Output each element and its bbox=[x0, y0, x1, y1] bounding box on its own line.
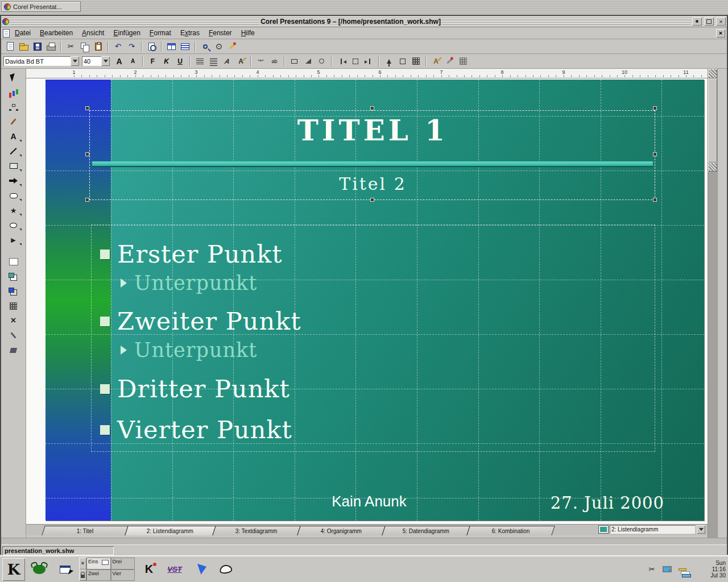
pager-desktop-3[interactable]: Drei bbox=[111, 558, 135, 569]
save-button[interactable] bbox=[31, 40, 44, 53]
slide-selector-dropdown-button[interactable] bbox=[697, 525, 705, 534]
rectangle-tool[interactable] bbox=[5, 159, 23, 173]
vertical-scrollbar[interactable] bbox=[708, 69, 717, 538]
desktop-settings-launcher[interactable] bbox=[53, 558, 76, 581]
slide-canvas[interactable]: TITEL 1 Titel 2 Erster Punkt Unterpunkt bbox=[26, 78, 708, 524]
redo-button[interactable]: ↷ bbox=[125, 40, 138, 53]
slide-author[interactable]: Kain Anunk bbox=[284, 493, 454, 510]
box-shape-button[interactable] bbox=[288, 55, 301, 68]
font-grow-button[interactable]: A bbox=[113, 55, 126, 68]
selection-handle[interactable] bbox=[653, 106, 657, 110]
shell-launcher[interactable] bbox=[214, 558, 237, 581]
scrollbar-trough[interactable] bbox=[708, 172, 717, 538]
bullet-item[interactable]: Vierter Punkt bbox=[100, 415, 292, 444]
app-icon[interactable] bbox=[2, 18, 9, 25]
scrollbar-thumb[interactable] bbox=[708, 78, 717, 163]
slide-tab-6[interactable]: 6: Kombination bbox=[466, 526, 555, 535]
properties-button[interactable] bbox=[212, 40, 225, 53]
gnu-launcher[interactable] bbox=[28, 558, 51, 581]
menu-ansicht[interactable]: Ansicht bbox=[78, 28, 108, 38]
stack-tray-icon[interactable] bbox=[676, 563, 689, 576]
bullet-item[interactable]: Dritter Punkt bbox=[100, 375, 290, 403]
bullet-subitem[interactable]: Unterpunkt bbox=[121, 339, 257, 361]
slide-tab-1[interactable]: 1: Titel bbox=[42, 526, 129, 535]
pattern-grid-button[interactable] bbox=[410, 55, 423, 68]
selection-handle[interactable] bbox=[85, 152, 89, 156]
minimize-button[interactable] bbox=[692, 17, 702, 26]
horizontal-ruler[interactable]: 1 2 3 4 5 6 7 8 9 10 11 bbox=[26, 69, 708, 78]
group-button[interactable] bbox=[396, 55, 409, 68]
selection-handle[interactable] bbox=[653, 152, 657, 156]
ellipse-shape-button[interactable] bbox=[315, 55, 328, 68]
slide-selector-value[interactable]: 2: Listendiagramm bbox=[610, 525, 695, 534]
slide-subtitle[interactable]: Titel 2 bbox=[90, 174, 655, 194]
italic-button[interactable]: K bbox=[160, 55, 173, 68]
zoom-button[interactable] bbox=[198, 40, 212, 53]
menu-hilfe[interactable]: Hilfe bbox=[237, 28, 259, 38]
chart-tool[interactable] bbox=[5, 85, 23, 99]
undo-button[interactable]: ↶ bbox=[111, 40, 125, 53]
line-tool[interactable] bbox=[5, 144, 23, 158]
selection-handle[interactable] bbox=[653, 198, 657, 202]
slide-tab-2[interactable]: 2: Listendiagramm bbox=[125, 526, 216, 535]
open-button[interactable] bbox=[17, 40, 30, 53]
k-app-launcher[interactable]: K bbox=[138, 558, 160, 581]
font-family-dropdown-button[interactable] bbox=[71, 56, 79, 66]
scrollbar-pattern-button[interactable] bbox=[708, 163, 717, 172]
menu-einfuegen[interactable]: Einfügen bbox=[109, 28, 144, 38]
print-button[interactable] bbox=[44, 40, 57, 53]
menu-datei[interactable]: Datei bbox=[11, 28, 35, 38]
callout-tool[interactable] bbox=[5, 189, 23, 202]
clipper-tray-icon[interactable]: ✂ bbox=[646, 563, 658, 576]
taskbar-clock[interactable]: Sun 11:16 Jul 30 bbox=[694, 560, 726, 579]
horizontal-scrollbar[interactable] bbox=[1, 538, 727, 544]
arrow-shape-tool[interactable] bbox=[5, 174, 23, 188]
menu-fenster[interactable]: Fenster bbox=[205, 28, 236, 38]
slide-title[interactable]: TITEL 1 bbox=[90, 114, 655, 147]
bubble-tool[interactable] bbox=[5, 218, 23, 232]
print-preview-button[interactable] bbox=[145, 40, 158, 53]
cut-button[interactable]: ✂ bbox=[64, 40, 77, 53]
k-menu-button[interactable]: K bbox=[2, 558, 25, 581]
justification-button[interactable] bbox=[193, 55, 206, 68]
menu-format[interactable]: Format bbox=[146, 28, 175, 38]
underline-button[interactable]: U bbox=[173, 55, 187, 68]
action-tool[interactable]: ▶ bbox=[5, 233, 23, 247]
titlebar[interactable]: Corel Presentations 9 – [/home/presentat… bbox=[1, 16, 727, 27]
align-left-button[interactable] bbox=[335, 55, 348, 68]
close-button[interactable]: × bbox=[716, 17, 726, 26]
font-size-dropdown-button[interactable] bbox=[101, 56, 110, 66]
triangle-shape-button[interactable] bbox=[301, 55, 315, 68]
line-color-selector[interactable] bbox=[5, 284, 23, 298]
text-tool[interactable]: A bbox=[5, 130, 23, 143]
fill-white-swatch[interactable] bbox=[5, 255, 23, 268]
slide-selector[interactable]: 2: Listendiagramm bbox=[599, 525, 705, 534]
paste-button[interactable] bbox=[92, 40, 105, 53]
font-family-value[interactable]: Davida Bd BT bbox=[3, 56, 71, 66]
pager-lock-button[interactable] bbox=[79, 569, 86, 581]
document-close-button[interactable]: × bbox=[716, 29, 725, 38]
eyedropper-tool[interactable] bbox=[5, 329, 23, 342]
text-format-button[interactable]: A bbox=[234, 55, 247, 68]
fill-color-selector[interactable] bbox=[5, 269, 23, 283]
copy-button[interactable] bbox=[78, 40, 91, 53]
paint-tool[interactable] bbox=[5, 115, 23, 128]
scrollbar-pattern-button[interactable] bbox=[708, 69, 717, 78]
maximize-button[interactable] bbox=[704, 17, 714, 26]
menu-extras[interactable]: Extras bbox=[176, 28, 204, 38]
skew-text-button[interactable]: A bbox=[221, 55, 234, 68]
new-button[interactable] bbox=[3, 40, 16, 53]
slide-sorter-view-button[interactable] bbox=[179, 40, 192, 53]
slide-page[interactable]: TITEL 1 Titel 2 Erster Punkt Unterpunkt bbox=[46, 80, 704, 521]
display-tray-icon[interactable] bbox=[661, 563, 673, 576]
title-divider-bar[interactable] bbox=[92, 161, 653, 167]
quick-tools-button[interactable] bbox=[226, 40, 239, 53]
special-characters-button[interactable]: "*" bbox=[254, 55, 267, 68]
slide-date[interactable]: 27. Juli 2000 bbox=[522, 493, 664, 513]
taskbar-window-tab[interactable]: Corel Presentat... bbox=[1, 1, 81, 12]
font-size-combo[interactable]: 40 bbox=[82, 56, 110, 66]
selection-handle[interactable] bbox=[370, 198, 374, 202]
align-right-button[interactable] bbox=[362, 55, 375, 68]
highlight-button[interactable]: A bbox=[429, 55, 442, 68]
slide-editor-view-button[interactable] bbox=[165, 40, 178, 53]
